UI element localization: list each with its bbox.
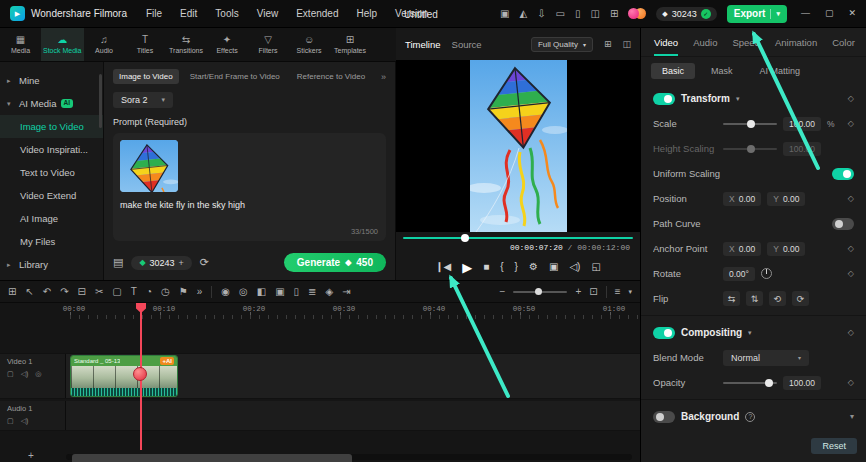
subtab-ai-matting[interactable]: AI Matting: [749, 63, 812, 79]
sidebar-item-text-to-video[interactable]: Text to Video: [0, 161, 103, 184]
timeline-scrollbar[interactable]: [66, 454, 632, 460]
audio-track[interactable]: Audio 1 ▢ ◁): [0, 401, 640, 431]
caret-down-icon[interactable]: ▾: [748, 329, 752, 337]
account-avatar[interactable]: [628, 8, 646, 19]
reset-button[interactable]: Reset: [811, 438, 857, 454]
timeline-snapshot-icon[interactable]: ▣: [275, 287, 284, 297]
subtab-basic[interactable]: Basic: [651, 63, 695, 79]
quality-select[interactable]: Full Quality ▾: [531, 37, 593, 52]
menu-item[interactable]: Tools: [206, 8, 247, 19]
sidebar-item-video-inspiration[interactable]: Video Inspirati...: [0, 138, 103, 161]
caret-down-icon[interactable]: ▾: [736, 95, 740, 103]
previous-frame-icon[interactable]: ❙◀: [435, 262, 451, 272]
credits-pill[interactable]: ◆ 30243 +: [131, 256, 191, 270]
tab-start-end-frame[interactable]: Start/End Frame to Video: [184, 69, 286, 84]
workspace-icon[interactable]: ⊞: [610, 9, 618, 19]
generate-button[interactable]: Generate ◆ 450: [284, 253, 386, 272]
media-bin-icon[interactable]: ⊞: [8, 287, 16, 297]
blend-mode-select[interactable]: Normal ▾: [723, 350, 809, 366]
tab-image-to-video[interactable]: Image to Video: [113, 69, 179, 84]
tab-reference-to-video[interactable]: Reference to Video: [291, 69, 371, 84]
tab-video[interactable]: Video: [654, 28, 678, 56]
opacity-value[interactable]: 100.00: [783, 376, 821, 390]
fullscreen-icon[interactable]: ◱: [591, 262, 600, 272]
refresh-icon[interactable]: ⟳: [200, 257, 209, 268]
uniform-scaling-toggle[interactable]: [832, 168, 854, 180]
scale-slider[interactable]: [723, 119, 777, 129]
tab-effects[interactable]: ✦Effects: [207, 28, 248, 61]
path-curve-toggle[interactable]: [832, 218, 854, 230]
sidebar-item-image-to-video[interactable]: Image to Video: [0, 115, 103, 138]
tab-transitions[interactable]: ⇆Transitions: [166, 28, 207, 61]
sidebar-item-video-extend[interactable]: Video Extend: [0, 184, 103, 207]
more-tabs-icon[interactable]: »: [381, 72, 386, 82]
sidebar-item-mine[interactable]: ▸Mine: [0, 69, 103, 92]
menu-item[interactable]: View: [248, 8, 288, 19]
tab-media[interactable]: ▦Media: [0, 28, 41, 61]
text-tool-icon[interactable]: T: [131, 287, 137, 297]
mark-out-icon[interactable]: }: [515, 262, 518, 272]
tab-stickers[interactable]: ☺Stickers: [289, 28, 330, 61]
redo-icon[interactable]: ↷: [60, 287, 68, 297]
background-toggle[interactable]: [653, 411, 675, 423]
timeline-clip[interactable]: Standard _ 05-13 +AI: [70, 355, 178, 397]
motion-track-icon[interactable]: ◉: [221, 287, 230, 297]
delete-icon[interactable]: ⊟: [78, 287, 86, 297]
flip-vertical-icon[interactable]: ⇅: [746, 291, 763, 306]
subtab-mask[interactable]: Mask: [700, 63, 744, 79]
mark-in-icon[interactable]: {: [500, 262, 503, 272]
chroma-key-icon[interactable]: ◎: [239, 287, 248, 297]
track-hide-icon[interactable]: ◎: [35, 370, 41, 378]
track-manager-icon[interactable]: ≡: [615, 287, 621, 297]
keyframe-icon[interactable]: ◇: [848, 194, 854, 203]
anchor-y-field[interactable]: Y0.00: [767, 242, 805, 256]
info-icon[interactable]: ?: [745, 412, 755, 422]
tab-templates[interactable]: ⊞Templates: [330, 28, 371, 61]
track-lock-icon[interactable]: ▢: [7, 417, 14, 425]
export-button[interactable]: Export ▾: [727, 5, 787, 23]
prompt-card[interactable]: make the kite fly in the sky high 33/150…: [113, 133, 386, 241]
seekbar-handle[interactable]: [461, 234, 469, 242]
preview-stage[interactable]: [396, 60, 640, 232]
playback-settings-icon[interactable]: ⚙: [529, 262, 538, 272]
auto-ripple-icon[interactable]: ⇥: [342, 287, 350, 297]
download-icon[interactable]: ⇩: [537, 9, 545, 19]
tab-audio-props[interactable]: Audio: [693, 28, 717, 56]
grid-view-icon[interactable]: ⊞: [604, 40, 612, 49]
sidebar-item-library[interactable]: ▸Library: [0, 253, 103, 276]
credits-badge[interactable]: ◆ 30243 ✓: [656, 7, 716, 21]
caret-down-icon[interactable]: ▾: [850, 412, 854, 421]
split-view-icon[interactable]: ◫: [622, 40, 631, 49]
preview-seekbar[interactable]: [403, 234, 633, 242]
add-keyframe-icon[interactable]: ◈: [326, 287, 334, 297]
menu-item[interactable]: File: [137, 8, 171, 19]
transform-toggle[interactable]: [653, 93, 675, 105]
menu-item[interactable]: Extended: [287, 8, 347, 19]
minimize-button[interactable]: —: [801, 9, 810, 18]
audio-mixer-icon[interactable]: ≣: [308, 287, 316, 297]
layout-icon[interactable]: ◫: [590, 9, 599, 19]
close-button[interactable]: ✕: [848, 9, 856, 18]
sidebar-item-ai-image[interactable]: AI Image: [0, 207, 103, 230]
keyframe-icon[interactable]: ◇: [848, 94, 854, 103]
compositing-toggle[interactable]: [653, 327, 675, 339]
rotate-cw-icon[interactable]: ⟳: [792, 291, 809, 306]
rotate-dial[interactable]: [761, 268, 772, 279]
prompt-text[interactable]: make the kite fly in the sky high: [120, 200, 379, 210]
undo-icon[interactable]: ↶: [43, 287, 51, 297]
speaker-icon[interactable]: ◁): [569, 262, 580, 272]
fit-timeline-icon[interactable]: ⊡: [589, 287, 597, 297]
speed-icon[interactable]: ◔: [146, 287, 152, 297]
tab-filters[interactable]: ▽Filters: [248, 28, 289, 61]
zoom-in-icon[interactable]: +: [575, 287, 581, 297]
tab-stock-media[interactable]: ☁Stock Media: [41, 28, 84, 61]
rotate-value-field[interactable]: 0.00°: [723, 267, 755, 281]
position-x-field[interactable]: X0.00: [723, 192, 761, 206]
playhead-marker[interactable]: [133, 367, 147, 381]
keyframe-icon[interactable]: ◇: [848, 328, 854, 337]
flip-horizontal-icon[interactable]: ⇆: [723, 291, 740, 306]
tab-animation[interactable]: Animation: [775, 28, 817, 56]
maximize-button[interactable]: ▢: [825, 9, 834, 18]
keyframe-icon[interactable]: ◇: [848, 269, 854, 278]
stop-icon[interactable]: ■: [483, 262, 489, 272]
